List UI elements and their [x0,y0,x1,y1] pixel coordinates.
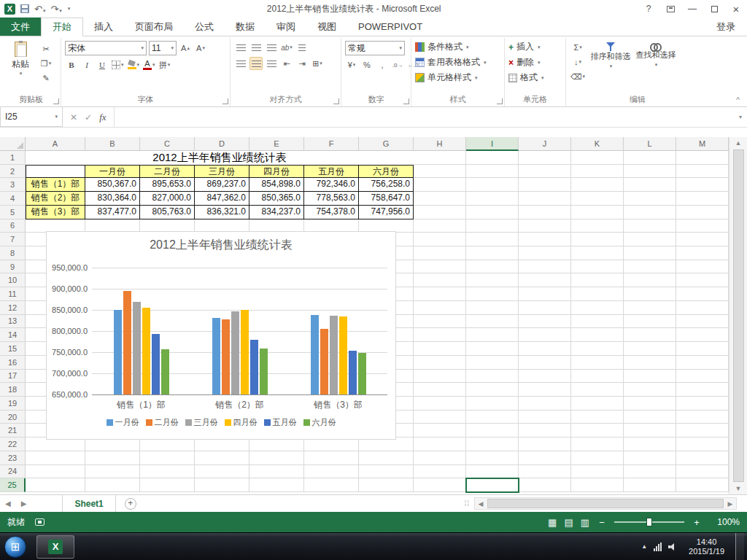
cell-H11[interactable] [414,287,466,301]
row-header-9[interactable]: 9 [0,260,26,274]
cell-A4[interactable]: 销售（2）部 [26,192,85,206]
row-header-17[interactable]: 17 [0,370,26,384]
cell-H3[interactable] [414,178,466,192]
cell-M22[interactable] [676,438,729,451]
cell-J16[interactable] [519,356,571,370]
cell-L19[interactable] [624,397,676,411]
cell-L14[interactable] [624,328,676,342]
cell-I14[interactable] [466,328,519,342]
styles-button-0[interactable]: 条件格式▾ [415,39,500,55]
cell-F3[interactable]: 792,346.0 [304,178,359,192]
tray-expand-icon[interactable]: ▲ [641,543,647,550]
start-button[interactable]: ⊞ [4,536,26,558]
row-header-7[interactable]: 7 [0,233,26,246]
macro-record-icon[interactable] [35,518,44,526]
cell-K6[interactable] [571,219,624,233]
cell-I23[interactable] [466,451,519,465]
page-layout-view-button[interactable]: ▤ [564,517,573,528]
cell-I21[interactable] [466,424,519,438]
cell-H7[interactable] [414,233,466,246]
scroll-down-icon[interactable]: ▼ [735,483,742,494]
underline-button[interactable]: U [96,58,109,71]
cell-L11[interactable] [624,287,676,301]
row-header-10[interactable]: 10 [0,273,26,287]
bold-button[interactable]: B [65,58,78,71]
row-header-11[interactable]: 11 [0,287,26,301]
cell-M2[interactable] [676,165,729,179]
cell-K19[interactable] [571,397,624,411]
cell-D3[interactable]: 869,237.0 [195,178,249,192]
cell-K4[interactable] [571,192,624,206]
cell-H21[interactable] [414,424,466,438]
cell-H1[interactable] [414,151,466,165]
cell-I5[interactable] [466,206,519,219]
cell-K5[interactable] [571,206,624,219]
cell-K21[interactable] [571,424,624,438]
decrease-font-button[interactable]: A▾ [194,42,207,55]
cell-G24[interactable] [359,465,414,479]
cell-L10[interactable] [624,273,676,287]
ribbon-tab-POWERPIVOT[interactable]: POWERPIVOT [347,18,433,36]
cell-L7[interactable] [624,233,676,246]
row-header-20[interactable]: 20 [0,411,26,424]
zoom-out-button[interactable]: − [597,517,607,528]
cell-M1[interactable] [676,151,729,165]
page-break-view-button[interactable]: ▥ [581,517,589,528]
wrap-text-button[interactable] [295,41,309,54]
cell-L22[interactable] [624,438,676,451]
cell-J5[interactable] [519,206,571,219]
cell-B25[interactable] [85,478,140,492]
close-button[interactable]: × [725,0,747,18]
borders-button[interactable]: ▾ [111,58,125,71]
cell-J8[interactable] [519,246,571,260]
horizontal-scroll-thumb[interactable] [487,499,724,508]
scroll-up-icon[interactable]: ▲ [735,138,742,148]
next-sheet-icon[interactable]: ▶ [16,499,32,508]
cell-I18[interactable] [466,383,519,397]
row-header-12[interactable]: 12 [0,301,26,315]
column-header-I[interactable]: I [466,137,519,151]
zoom-level[interactable]: 100% [709,517,740,527]
volume-icon[interactable] [668,542,678,551]
row-header-25[interactable]: 25 [0,478,26,492]
cell-J10[interactable] [519,273,571,287]
cell-K1[interactable] [571,151,624,165]
cell-A5[interactable]: 销售（3）部 [26,206,85,219]
cell-K25[interactable] [571,478,624,492]
cell-L5[interactable] [624,206,676,219]
orientation-button[interactable]: ab▾ [280,41,293,54]
autosum-button[interactable]: Σ▾ [570,41,586,54]
fill-button[interactable]: ↓▾ [570,55,586,69]
cell-D5[interactable]: 836,321.0 [195,206,249,219]
cell-M24[interactable] [676,465,729,479]
cell-K18[interactable] [571,383,624,397]
row-header-19[interactable]: 19 [0,397,26,411]
cell-H16[interactable] [414,356,466,370]
cell-I3[interactable] [466,178,519,192]
cell-J22[interactable] [519,438,571,451]
ribbon-tab-开始[interactable]: 开始 [41,18,83,36]
cell-J1[interactable] [519,151,571,165]
row-header-1[interactable]: 1 [0,151,26,165]
cell-G3[interactable]: 756,258.0 [359,178,414,192]
cell-I16[interactable] [466,356,519,370]
cell-C2[interactable]: 二月份 [140,165,195,179]
cell-J12[interactable] [519,301,571,315]
cell-K16[interactable] [571,356,624,370]
cell-A3[interactable]: 销售（1）部 [26,178,85,192]
styles-button-2[interactable]: 单元格样式▾ [415,70,500,85]
cell-K22[interactable] [571,438,624,451]
cell-L23[interactable] [624,451,676,465]
comma-style-button[interactable]: , [376,58,389,71]
cell-J25[interactable] [519,478,571,492]
row-header-14[interactable]: 14 [0,328,26,342]
cell-K3[interactable] [571,178,624,192]
align-middle-button[interactable] [249,41,263,54]
ribbon-tab-视图[interactable]: 视图 [306,18,347,36]
cell-C3[interactable]: 895,653.0 [140,178,195,192]
cell-M11[interactable] [676,287,729,301]
insert-function-button[interactable]: fx [99,112,106,123]
horizontal-scrollbar[interactable]: ◀ ▶ [474,497,737,510]
cell-L15[interactable] [624,342,676,356]
cell-E25[interactable] [249,478,304,492]
